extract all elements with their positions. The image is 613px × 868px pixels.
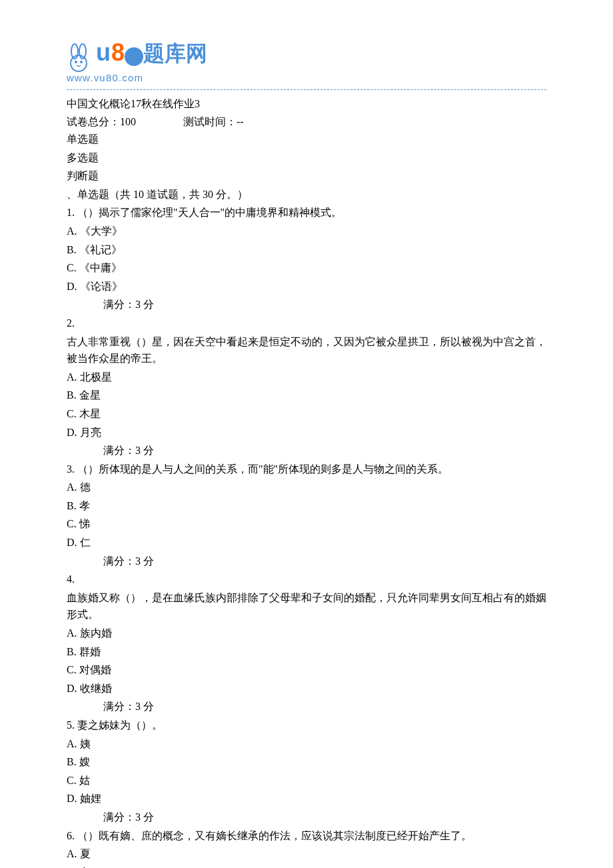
answer-option: C. 姑 [67,772,546,789]
question-number: 2. [67,315,546,332]
question-stem: 6. （）既有嫡、庶的概念，又有嫡长继承的作法，应该说其宗法制度已经开始产生了。 [67,827,546,845]
rabbit-icon [67,43,93,73]
question-score: 满分：3 分 [67,698,546,715]
answer-option: C. 木星 [67,405,546,423]
section-label: 多选题 [67,149,546,167]
question-score: 满分：3 分 [67,553,546,570]
question-score: 满分：3 分 [67,442,546,459]
question-stem: 3. （）所体现的是人与人之间的关系，而"能"所体现的则多是人与物之间的关系。 [67,461,546,478]
total-score-label: 试卷总分：100 [67,113,183,131]
section-label: 单选题 [67,131,546,148]
question-stem: 1. （）揭示了儒家伦理"天人合一"的中庸境界和精神模式。 [67,204,546,221]
answer-option: D. 仁 [67,534,546,551]
question-body: （）既有嫡、庶的概念，又有嫡长继承的作法，应该说其宗法制度已经开始产生了。 [75,830,472,841]
answer-option: B. 商 [67,864,546,868]
question-number: 6. [67,830,75,841]
question-stem: 血族婚又称（），是在血缘氏族内部排除了父母辈和子女间的婚配，只允许同辈男女间互相… [67,589,546,623]
answer-option: A. 姨 [67,735,546,753]
section-label: 判断题 [67,167,546,185]
answer-option: D. 《论语》 [67,278,546,295]
logo-text-u: u [96,39,111,66]
exam-meta-row: 试卷总分：100 测试时间：-- [67,113,546,131]
answer-option: B. 《礼记》 [67,241,546,259]
answer-option: B. 孝 [67,497,546,515]
question-body: 妻之姊妹为（）。 [75,719,163,731]
answer-option: D. 月亮 [67,424,546,441]
logo-main-row: u8题库网 [67,33,546,73]
answer-option: A. 族内婚 [67,625,546,642]
logo-chinese-text: 题库网 [143,41,207,65]
document-title: 中国文化概论17秋在线作业3 [67,95,546,113]
test-time-label: 测试时间：-- [183,113,244,131]
question-number: 4. [67,571,546,588]
answer-option: A. 夏 [67,845,546,863]
logo-container: u8题库网 www.vu80.com [67,33,546,86]
logo-o-icon [125,47,143,66]
logo-text-8: 8 [111,39,125,66]
answer-option: A. 德 [67,479,546,496]
question-number: 5. [67,719,75,731]
question-stem: 5. 妻之姊妹为（）。 [67,717,546,734]
question-number: 1. [67,207,75,218]
question-body: （）揭示了儒家伦理"天人合一"的中庸境界和精神模式。 [75,207,342,218]
answer-option: B. 群婚 [67,643,546,661]
answer-option: D. 妯娌 [67,790,546,807]
answer-option: C. 《中庸》 [67,259,546,277]
answer-option: C. 悌 [67,515,546,533]
answer-option: A. 《大学》 [67,223,546,240]
svg-point-2 [71,55,87,71]
answer-option: A. 北极星 [67,369,546,386]
logo-url-text: www.vu80.com [67,70,546,86]
answer-option: B. 嫂 [67,753,546,771]
answer-option: C. 对偶婚 [67,661,546,679]
section-header: 、单选题（共 10 道试题，共 30 分。） [67,186,546,203]
svg-point-4 [80,61,83,63]
answer-option: D. 收继婚 [67,680,546,697]
question-body: （）所体现的是人与人之间的关系，而"能"所体现的则多是人与物之间的关系。 [75,463,448,475]
question-score: 满分：3 分 [67,809,546,826]
question-score: 满分：3 分 [67,296,546,313]
svg-point-3 [75,61,77,63]
question-number: 3. [67,463,75,475]
answer-option: B. 金星 [67,387,546,404]
header-divider [67,89,546,90]
question-stem: 古人非常重视（）星，因在天空中看起来是恒定不动的，又因为它被众星拱卫，所以被视为… [67,333,546,367]
